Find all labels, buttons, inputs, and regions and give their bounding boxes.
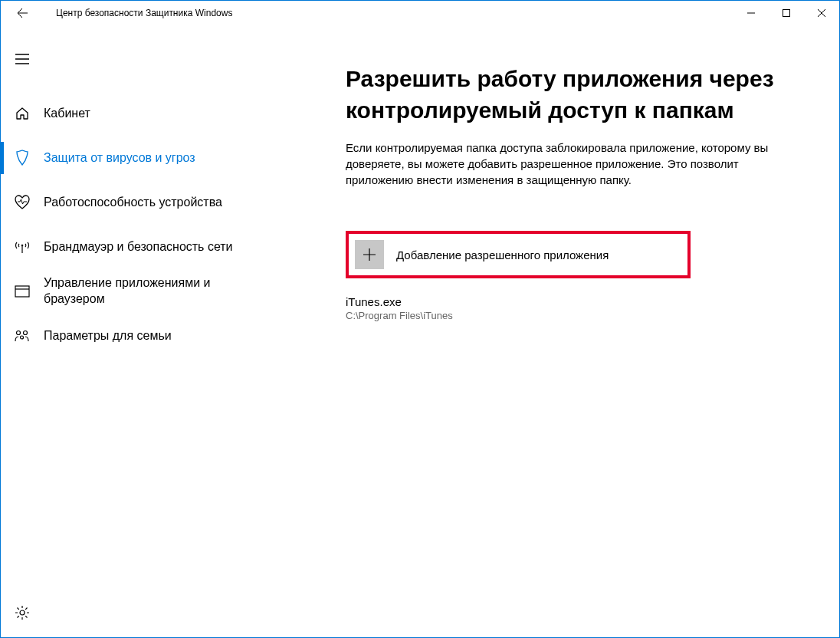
heart-pulse-icon (1, 195, 44, 210)
window-controls (733, 1, 839, 25)
sidebar-item-virus-protection[interactable]: Защита от вирусов и угроз (1, 136, 277, 180)
sidebar-item-label: Работоспособность устройства (44, 195, 235, 211)
sidebar-item-label: Кабинет (44, 106, 103, 122)
back-button[interactable] (7, 1, 38, 25)
minimize-icon (747, 9, 755, 17)
hamburger-menu-button[interactable] (4, 41, 41, 77)
svg-point-6 (24, 331, 28, 335)
back-arrow-icon (16, 7, 28, 19)
add-allowed-app-label: Добавление разрешенного приложения (396, 248, 609, 261)
gear-icon (15, 605, 30, 620)
svg-rect-0 (783, 10, 790, 17)
page-description: Если контролируемая папка доступа заблок… (346, 140, 775, 188)
window-title: Центр безопасности Защитника Windows (56, 8, 232, 18)
plus-icon (355, 240, 384, 269)
maximize-button[interactable] (769, 1, 804, 25)
family-icon (1, 329, 44, 343)
svg-point-8 (20, 610, 25, 615)
sidebar-item-device-health[interactable]: Работоспособность устройства (1, 180, 277, 225)
home-icon (1, 106, 44, 121)
app-window-icon (1, 284, 44, 298)
allowed-app-path: C:\Program Files\iTunes (346, 310, 809, 321)
main-content: Разрешить работу приложения через контро… (277, 25, 839, 637)
allowed-app-name: iTunes.exe (346, 295, 809, 308)
antenna-icon (1, 239, 44, 255)
sidebar: Кабинет Защита от вирусов и угроз Работо… (1, 25, 277, 637)
settings-button[interactable] (4, 594, 41, 631)
sidebar-item-app-browser-control[interactable]: Управление приложениями и браузером (1, 269, 277, 314)
close-button[interactable] (804, 1, 839, 25)
svg-point-1 (21, 245, 24, 247)
minimize-button[interactable] (733, 1, 769, 25)
sidebar-item-firewall[interactable]: Брандмауэр и безопасность сети (1, 225, 277, 269)
sidebar-item-label: Управление приложениями и браузером (44, 275, 258, 307)
allowed-app-entry[interactable]: iTunes.exe C:\Program Files\iTunes (346, 295, 809, 321)
sidebar-item-label: Брандмауэр и безопасность сети (44, 239, 245, 255)
hamburger-icon (15, 54, 29, 64)
svg-point-5 (17, 331, 21, 335)
maximize-icon (783, 9, 790, 17)
add-allowed-app-button[interactable]: Добавление разрешенного приложения (346, 231, 691, 278)
sidebar-item-family[interactable]: Параметры для семьи (1, 314, 277, 358)
svg-point-7 (21, 336, 24, 339)
shield-icon (1, 150, 44, 166)
content-area: Кабинет Защита от вирусов и угроз Работо… (1, 25, 839, 637)
titlebar: Центр безопасности Защитника Windows (1, 1, 839, 25)
close-icon (818, 9, 825, 17)
svg-rect-3 (15, 286, 29, 297)
sidebar-item-home[interactable]: Кабинет (1, 91, 277, 136)
page-title: Разрешить работу приложения через контро… (346, 64, 809, 126)
sidebar-item-label: Защита от вирусов и угроз (44, 150, 208, 166)
sidebar-item-label: Параметры для семьи (44, 328, 184, 344)
